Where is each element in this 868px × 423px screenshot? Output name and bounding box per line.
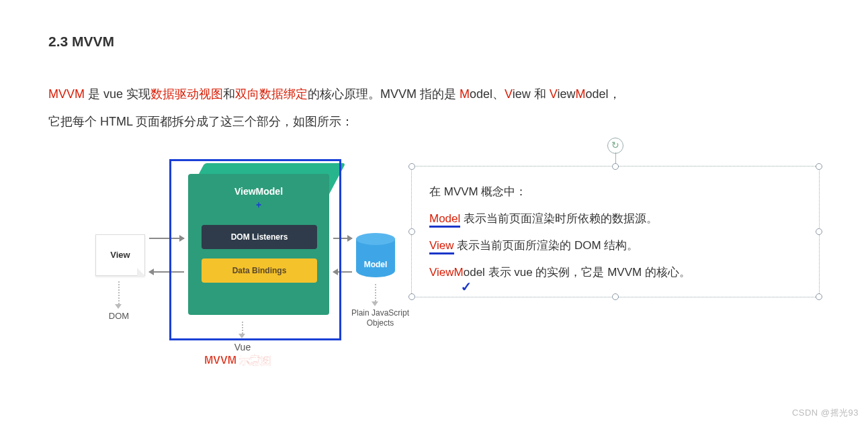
kw-view: View: [429, 239, 454, 254]
box-line-2: Model 表示当前页面渲染时所依赖的数据源。: [429, 205, 801, 232]
intro-paragraph: MVVM 是 vue 实现数据驱动视图和双向数据绑定的核心原理。MVVM 指的是…: [48, 81, 820, 136]
kw-model: Model: [429, 212, 460, 228]
resize-handle[interactable]: [816, 228, 822, 235]
dotted-vue: [242, 322, 243, 334]
rotate-handle-icon[interactable]: ↻: [607, 138, 623, 154]
resize-handle[interactable]: [612, 293, 619, 300]
intro-line2: 它把每个 HTML 页面都拆分成了这三个部分，如图所示：: [48, 115, 353, 128]
resize-handle[interactable]: [816, 293, 822, 300]
dom-listeners-bar: DOM Listeners: [202, 225, 317, 249]
dotted-model: [375, 284, 376, 301]
resize-handle[interactable]: [816, 163, 822, 170]
resize-handle[interactable]: [408, 228, 415, 235]
kw-mvvm: MVVM: [48, 87, 85, 101]
resize-handle[interactable]: [408, 293, 415, 300]
section-heading: 2.3 MVVM: [48, 34, 820, 50]
cap-vm-v: V: [550, 87, 558, 101]
model-label: Model: [356, 260, 395, 269]
box-line-3: View 表示当前页面所渲染的 DOM 结构。: [429, 232, 801, 259]
arrow-model-to-vm: [333, 271, 352, 273]
kw-two-way-binding: 双向数据绑定: [235, 87, 308, 101]
data-bindings-bar: Data Bindings: [202, 258, 317, 283]
model-cylinder: Model: [356, 233, 395, 277]
dotted-view: [118, 281, 120, 304]
cap-m: M: [460, 87, 470, 101]
kw-viewmodel-v: View: [429, 266, 454, 279]
resize-handle[interactable]: [408, 163, 415, 170]
viewmodel-label: ViewModel: [188, 186, 329, 197]
view-card: View: [95, 234, 145, 276]
caption-pjs: Plain JavaScript Objects: [345, 308, 415, 329]
textbox[interactable]: 在 MVVM 概念中： Model 表示当前页面渲染时所依赖的数据源。 View…: [411, 166, 820, 297]
box-line-1: 在 MVVM 概念中：: [429, 179, 801, 205]
arrow-vm-to-model: [333, 238, 352, 239]
arrow-view-to-vm: [149, 238, 184, 239]
kw-data-driven: 数据驱动视图: [150, 87, 223, 101]
cap-v: V: [505, 87, 513, 101]
textbox-selection[interactable]: ↻ 在 MVVM 概念中： Model 表示当前页面渲染时所依赖的数据源。 Vi…: [411, 166, 820, 297]
caption-vue: Vue: [214, 342, 271, 352]
box-line-4: ViewModel 表示 vue 的实例，它是 MVVM 的核心。 ✓: [429, 259, 801, 286]
caption-dom: DOM: [103, 311, 134, 321]
arrow-vm-to-view: [149, 271, 184, 273]
cap-vm-m: M: [575, 87, 585, 101]
resize-handle[interactable]: [612, 163, 619, 170]
diagram-caption: MVVM 示意图: [204, 354, 271, 368]
mvvm-diagram: ViewModel + DOM Listeners Data Bindings …: [48, 152, 384, 381]
plus-mark: +: [188, 199, 329, 210]
watermark: CSDN @摇光93: [792, 407, 859, 419]
